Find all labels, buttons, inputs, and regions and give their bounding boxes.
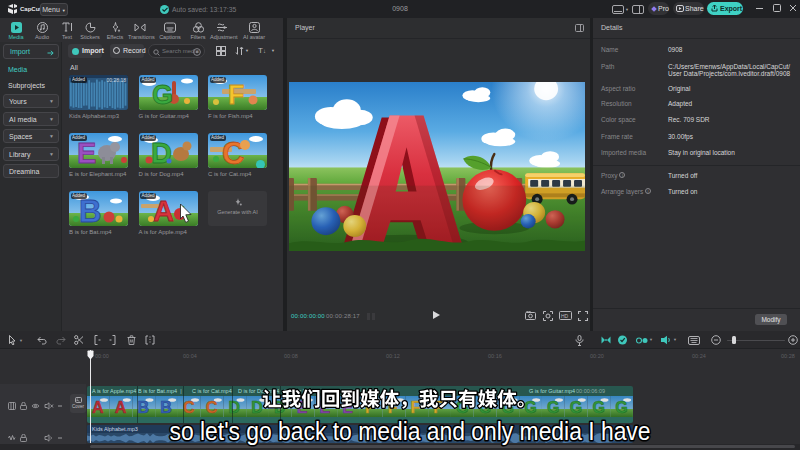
svg-text:so let's go back to media and: so let's go back to media and only media… [170,417,651,445]
